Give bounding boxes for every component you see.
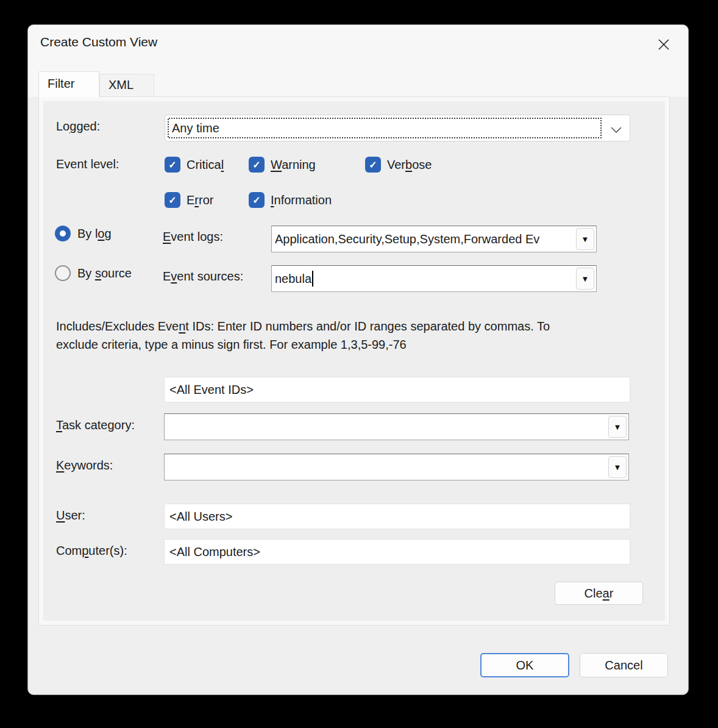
event-ids-instruction-line1: Includes/Excludes Event IDs: Enter ID nu… [56, 317, 639, 335]
checkbox-error[interactable]: ✓ Error [165, 191, 213, 209]
filter-tab-page: Logged: Any time Event level: ✓ Critical… [38, 96, 670, 626]
keywords-combobox[interactable]: ▼ [164, 454, 629, 480]
tab-filter[interactable]: Filter [38, 71, 99, 98]
checkbox-warning[interactable]: ✓ Warning [249, 156, 316, 173]
checkbox-checked-icon: ✓ [365, 157, 381, 173]
tab-xml-label: XML [108, 78, 133, 92]
event-logs-value: Application,Security,Setup,System,Forwar… [275, 226, 574, 252]
ok-button-label: OK [516, 658, 534, 673]
computers-label: Computer(s): [56, 544, 127, 558]
event-sources-value: nebula [275, 266, 574, 291]
chevron-down-icon [611, 125, 622, 136]
radio-by-source-label: By source [77, 266, 132, 280]
checkbox-warning-label: Warning [271, 158, 316, 172]
event-sources-label: Event sources: [163, 269, 243, 284]
radio-by-source[interactable]: By source [55, 265, 132, 282]
text-cursor [312, 271, 313, 287]
dropdown-arrow-icon: ▼ [614, 423, 622, 432]
radio-selected-icon [55, 226, 71, 241]
task-category-combobox[interactable]: ▼ [164, 413, 629, 440]
keywords-dropdown-button[interactable]: ▼ [608, 456, 627, 478]
close-icon [656, 37, 671, 54]
checkbox-information[interactable]: ✓ Information [249, 191, 332, 209]
user-input[interactable]: <All Users> [164, 504, 630, 529]
event-sources-combobox[interactable]: nebula ▼ [271, 265, 597, 292]
checkbox-checked-icon: ✓ [165, 157, 180, 173]
task-category-value [168, 414, 606, 440]
checkbox-error-label: Error [187, 193, 213, 207]
logged-label: Logged: [56, 120, 100, 134]
task-category-dropdown-button[interactable]: ▼ [608, 416, 627, 438]
clear-button-label: Clear [585, 587, 614, 601]
filter-tab-content: Logged: Any time Event level: ✓ Critical… [43, 101, 665, 621]
cancel-button-label: Cancel [605, 658, 642, 673]
task-category-label: Task category: [56, 418, 135, 432]
computers-input[interactable]: <All Computers> [164, 539, 630, 565]
logged-value: Any time [169, 119, 600, 137]
event-ids-instruction-line2: exclude criteria, type a minus sign firs… [56, 335, 639, 354]
logged-focus-rect: Any time [168, 118, 602, 138]
checkbox-information-label: Information [271, 193, 332, 207]
cancel-button[interactable]: Cancel [580, 653, 668, 677]
event-logs-label: Event logs: [163, 230, 223, 244]
user-label: User: [56, 509, 85, 523]
event-ids-instruction: Includes/Excludes Event IDs: Enter ID nu… [56, 317, 639, 354]
create-custom-view-dialog: Create Custom View Filter XML Logged: An… [27, 24, 689, 695]
logged-dropdown[interactable]: Any time [165, 115, 630, 141]
ok-button[interactable]: OK [480, 653, 569, 677]
checkbox-verbose[interactable]: ✓ Verbose [365, 156, 432, 173]
keywords-label: Keywords: [56, 459, 113, 473]
checkbox-checked-icon: ✓ [249, 157, 265, 173]
checkbox-checked-icon: ✓ [249, 192, 265, 208]
event-level-label: Event level: [56, 157, 119, 171]
tab-xml[interactable]: XML [99, 74, 154, 97]
radio-unselected-icon [55, 265, 71, 281]
checkbox-verbose-label: Verbose [387, 158, 432, 172]
dropdown-arrow-icon: ▼ [614, 463, 622, 472]
close-button[interactable] [650, 32, 677, 59]
checkbox-critical-label: Critical [187, 158, 224, 172]
dialog-title: Create Custom View [40, 35, 157, 49]
checkbox-critical[interactable]: ✓ Critical [165, 156, 224, 173]
event-ids-input[interactable]: <All Event IDs> [164, 377, 630, 402]
event-logs-combobox[interactable]: Application,Security,Setup,System,Forwar… [271, 226, 597, 252]
tab-filter-label: Filter [48, 77, 74, 91]
keywords-value [168, 454, 606, 480]
dropdown-arrow-icon: ▼ [581, 235, 589, 244]
clear-button[interactable]: Clear [555, 582, 643, 605]
checkbox-checked-icon: ✓ [165, 192, 180, 208]
dropdown-arrow-icon: ▼ [581, 274, 589, 284]
radio-by-log[interactable]: By log [55, 225, 112, 242]
radio-by-log-label: By log [77, 227, 112, 241]
event-sources-dropdown-button[interactable]: ▼ [576, 268, 594, 290]
event-logs-dropdown-button[interactable]: ▼ [576, 228, 594, 250]
